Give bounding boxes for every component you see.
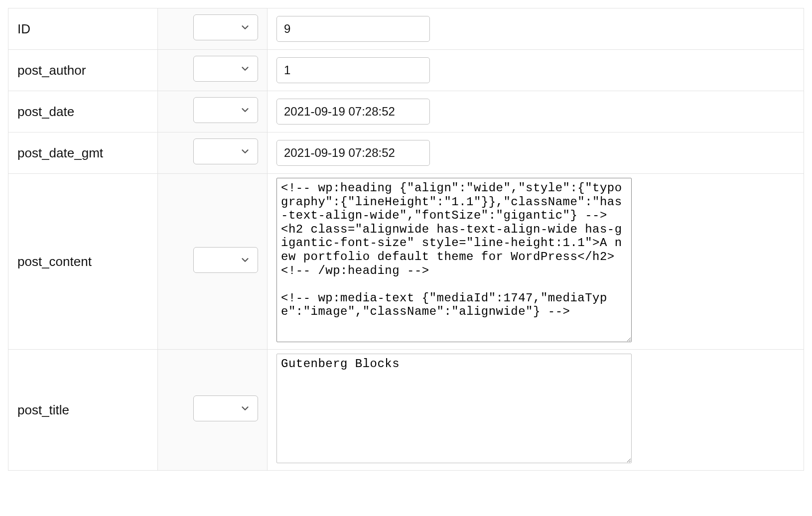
function-select-post-title[interactable] <box>193 395 258 421</box>
field-label-id: ID <box>8 8 158 50</box>
chevron-down-icon <box>240 255 251 265</box>
field-label-post-date: post_date <box>8 91 158 132</box>
chevron-down-icon <box>240 105 251 116</box>
value-input-post-date-gmt[interactable] <box>276 140 430 166</box>
function-select-post-date-gmt[interactable] <box>193 138 258 164</box>
chevron-down-icon <box>240 146 251 157</box>
field-label-post-date-gmt: post_date_gmt <box>8 132 158 174</box>
function-select-post-author[interactable] <box>193 56 258 82</box>
chevron-down-icon <box>240 22 251 33</box>
edit-row-table: ID post_author post_date <box>8 8 804 471</box>
row-id: ID <box>8 8 804 50</box>
value-textarea-post-title[interactable] <box>276 354 632 463</box>
chevron-down-icon <box>240 63 251 74</box>
chevron-down-icon <box>240 403 251 414</box>
field-label-post-author: post_author <box>8 50 158 91</box>
function-select-post-content[interactable] <box>193 247 258 273</box>
row-post-date-gmt: post_date_gmt <box>8 132 804 174</box>
function-select-post-date[interactable] <box>193 97 258 123</box>
value-input-post-date[interactable] <box>276 99 430 125</box>
value-input-post-author[interactable] <box>276 57 430 83</box>
field-label-post-title: post_title <box>8 350 158 471</box>
function-select-id[interactable] <box>193 14 258 40</box>
row-post-content: post_content <box>8 174 804 350</box>
value-input-id[interactable] <box>276 16 430 42</box>
row-post-title: post_title <box>8 350 804 471</box>
row-post-date: post_date <box>8 91 804 132</box>
field-label-post-content: post_content <box>8 174 158 350</box>
value-textarea-post-content[interactable] <box>276 178 632 342</box>
row-post-author: post_author <box>8 50 804 91</box>
